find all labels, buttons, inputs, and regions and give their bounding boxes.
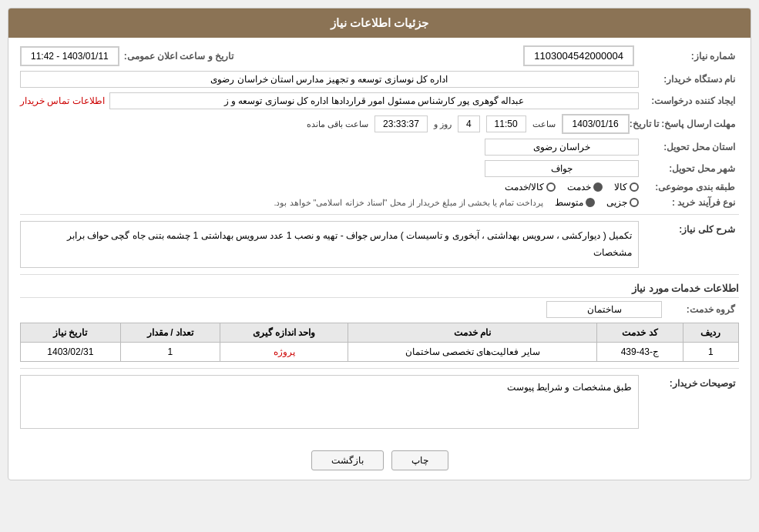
- service-table: ردیف کد خدمت نام خدمت واحد اندازه گیری ت…: [20, 323, 739, 362]
- noeFarayand-radio-motavasset: [586, 198, 595, 207]
- button-row: چاپ بازگشت: [8, 441, 751, 480]
- shahr-label: شهر محل تحویل:: [639, 163, 739, 174]
- geroheKhedmat-value: ساختمان: [546, 301, 662, 318]
- ijadKonande-label: ایجاد کننده درخواست:: [639, 95, 739, 106]
- noeFarayand-option-jozi[interactable]: جزیی: [606, 197, 639, 208]
- mohlat-label: مهلت ارسال پاسخ: تا تاریخ:: [630, 119, 739, 129]
- divider-3: [20, 368, 739, 369]
- timer-label: ساعت باقی مانده: [307, 119, 368, 129]
- col-tedad: تعداد / مقدار: [120, 323, 220, 343]
- col-vahed: واحد اندازه گیری: [220, 323, 348, 343]
- table-row: 1ج-43-439سایر فعالیت‌های تخصصی ساختمانپر…: [21, 343, 739, 362]
- col-namKhedmat: نام خدمت: [348, 323, 597, 343]
- tabaqe-radio-khedmat: [593, 182, 603, 192]
- tabaqe-kala-label: کالا: [614, 182, 627, 192]
- taarikheElan-label: تاریخ و ساعت اعلان عمومی:: [124, 51, 237, 62]
- namDastgah-label: نام دستگاه خریدار:: [639, 74, 739, 85]
- noeFarayand-label: نوع فرآیند خرید :: [639, 197, 739, 208]
- noeFarayand-note: پرداخت تمام یا بخشی از مبلغ خریدار از مح…: [274, 198, 543, 208]
- days-label: روز و: [434, 119, 452, 129]
- tabaqe-option-khedmat[interactable]: خدمت: [567, 182, 603, 192]
- noeFarayand-jozi-label: جزیی: [606, 197, 627, 208]
- page-title: جزئیات اطلاعات نیاز: [8, 8, 751, 38]
- geroheKhedmat-label: گروه خدمت:: [662, 304, 739, 315]
- tabaqe-kala-khedmat-label: کالا/خدمت: [505, 182, 544, 192]
- time-label: ساعت: [532, 119, 556, 129]
- tosifKharidar-value: طبق مشخصات و شرایط پیوست: [20, 375, 639, 429]
- ostan-label: استان محل تحویل:: [639, 142, 739, 152]
- tabaqe-khedmat-label: خدمت: [567, 182, 591, 192]
- tabaqe-radio-kala-khedmat: [546, 182, 556, 192]
- col-radif: ردیف: [683, 323, 738, 343]
- ijadKonande-value: عبداله گوهری پور کارشناس مسئول امور قرار…: [109, 92, 639, 109]
- tabaqe-radio-kala: [630, 182, 639, 192]
- khadamat-title: اطلاعات خدمات مورد نیاز: [20, 283, 739, 298]
- timer-value: 23:33:37: [374, 115, 428, 132]
- mohlat-date: 1403/01/16: [562, 114, 630, 134]
- col-tarikh: تاریخ نیاز: [21, 323, 121, 343]
- shomareNiaz-value: 1103004542000004: [523, 45, 634, 66]
- shomareNiaz-label: شماره نیاز:: [639, 51, 739, 62]
- shahr-value: جواف: [485, 160, 639, 177]
- tabaqe-option-kala[interactable]: کالا: [614, 182, 639, 192]
- divider-1: [20, 214, 739, 215]
- tabaqe-label: طبقه بندی موضوعی:: [639, 182, 739, 192]
- tabaqe-option-kala-khedmat[interactable]: کالا/خدمت: [505, 182, 556, 192]
- noeFarayand-radio-jozi: [630, 198, 639, 207]
- noeFarayand-radio-group: جزیی متوسط: [555, 197, 639, 208]
- ostan-value: خراسان رضوی: [485, 139, 639, 156]
- taarikheElan-value: 1403/01/11 - 11:42: [20, 46, 119, 66]
- days-value: 4: [458, 115, 480, 132]
- noeFarayand-option-motavasset[interactable]: متوسط: [555, 197, 595, 208]
- divider-2: [20, 274, 739, 275]
- namDastgah-value: اداره کل نوسازی توسعه و تجهیز مدارس استا…: [20, 71, 639, 88]
- sharhKoli-value: تکمیل ( دیوارکشی ، سرویس بهداشتی ، آبخور…: [20, 221, 639, 268]
- noeFarayand-motavasset-label: متوسط: [555, 197, 583, 208]
- print-button[interactable]: چاپ: [391, 450, 448, 470]
- contact-link[interactable]: اطلاعات تماس خریدار: [20, 95, 105, 106]
- time-value: 11:50: [486, 115, 526, 132]
- col-kodKhedmat: کد خدمت: [597, 323, 683, 343]
- tabaqe-radio-group: کالا خدمت کالا/خدمت: [505, 182, 639, 192]
- sharhKoli-label: شرح کلی نیاز:: [639, 221, 739, 235]
- back-button[interactable]: بازگشت: [311, 450, 384, 470]
- tosifKharidar-label: توصیحات خریدار:: [639, 375, 739, 389]
